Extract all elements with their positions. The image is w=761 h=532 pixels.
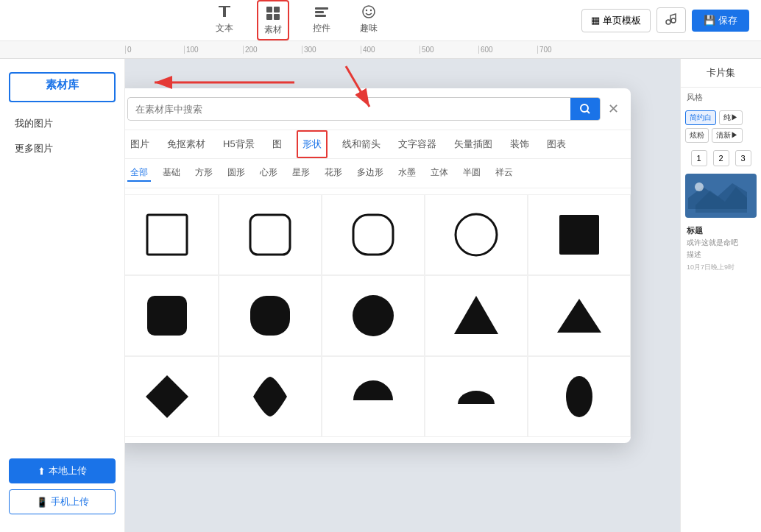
toolbar-widget-label: 控件 [313, 22, 330, 35]
search-button[interactable] [570, 98, 600, 120]
card-title-label: 标题 [687, 225, 755, 236]
ruler-mark-0: 0 [125, 46, 184, 54]
svg-line-15 [587, 111, 590, 114]
sidebar-title: 素材库 [9, 72, 116, 102]
toolbar-material-label: 素材 [264, 24, 282, 36]
shape-triangle-filled[interactable] [425, 275, 528, 356]
svg-marker-24 [454, 296, 498, 334]
toolbar-material[interactable]: 素材 [257, 0, 289, 40]
svg-point-27 [566, 376, 592, 417]
subtab-square[interactable]: 方形 [192, 165, 216, 182]
text-icon [216, 3, 233, 21]
svg-rect-21 [147, 296, 187, 336]
ruler-mark-600: 600 [478, 46, 537, 54]
svg-point-9 [363, 6, 375, 18]
svg-point-12 [666, 20, 670, 24]
right-panel-style-label: 风格 [681, 88, 761, 107]
page-num-3[interactable]: 3 [735, 150, 751, 166]
toolbar-fun-label: 趣味 [360, 22, 378, 35]
subtab-star[interactable]: 星形 [289, 165, 313, 182]
svg-point-31 [695, 182, 704, 191]
right-panel-title: 卡片集 [681, 59, 761, 88]
shape-diamond-rounded-outline[interactable] [219, 356, 322, 437]
tab-cutout[interactable]: 免抠素材 [164, 130, 208, 158]
svg-rect-20 [559, 215, 599, 255]
tab-lines[interactable]: 线和箭头 [339, 130, 383, 158]
widget-icon [313, 3, 330, 21]
toolbar: 文本 素材 控件 趣味 ▦ 单页模板 💾 [0, 0, 761, 41]
shape-semicircle-filled[interactable] [322, 356, 425, 437]
page-num-1[interactable]: 1 [691, 150, 707, 166]
subtab-all[interactable]: 全部 [127, 165, 151, 182]
upload-phone-button[interactable]: 📱 手机上传 [9, 489, 116, 514]
toolbar-text-label: 文本 [216, 22, 233, 35]
tab-img2[interactable]: 图 [269, 130, 285, 158]
subtab-cloud[interactable]: 祥云 [492, 165, 516, 182]
svg-rect-0 [219, 6, 230, 7]
svg-rect-4 [266, 14, 272, 20]
sidebar-item-my-images[interactable]: 我的图片 [0, 111, 124, 136]
shape-triangle-flat-filled[interactable] [528, 275, 631, 356]
shape-half-ellipse[interactable] [425, 356, 528, 437]
shape-rect-rounded-outline[interactable] [219, 194, 322, 275]
tab-h5bg[interactable]: H5背景 [220, 130, 258, 158]
subtab-flower[interactable]: 花形 [322, 165, 345, 182]
toolbar-items: 文本 素材 控件 趣味 [12, 0, 581, 40]
template-button[interactable]: ▦ 单页模板 [581, 9, 651, 32]
music-button[interactable] [656, 7, 686, 33]
modal-close-button[interactable]: ✕ [608, 102, 619, 116]
subtab-ink[interactable]: 水墨 [395, 165, 419, 182]
tab-chart[interactable]: 图表 [544, 130, 569, 158]
shape-rect-more-rounded-outline[interactable] [322, 194, 425, 275]
subtab-polygon[interactable]: 多边形 [354, 165, 386, 182]
subtab-semicircle[interactable]: 半圆 [460, 165, 484, 182]
tab-text-container[interactable]: 文字容器 [395, 130, 439, 158]
subtab-3d[interactable]: 立体 [428, 165, 451, 182]
fun-icon [360, 3, 378, 21]
shape-circle-outline[interactable] [425, 194, 528, 275]
tab-vector[interactable]: 矢量插图 [451, 130, 495, 158]
ruler-mark-100: 100 [184, 46, 243, 54]
modal-overlay: ✕ 图片 免抠素材 H5背景 图 形状 线和箭头 文字容器 矢量插图 装饰 图表 [125, 59, 680, 532]
music-icon [665, 13, 678, 26]
canvas-area: ✕ 图片 免抠素材 H5背景 图 形状 线和箭头 文字容器 矢量插图 装饰 图表 [125, 59, 680, 532]
tab-images[interactable]: 图片 [127, 130, 152, 158]
svg-point-23 [353, 295, 394, 336]
shape-oval-filled[interactable] [528, 356, 631, 437]
tab-decoration[interactable]: 装饰 [507, 130, 532, 158]
style-opt-pink[interactable]: 炫粉 [685, 128, 709, 143]
card-text-area: 标题 或许这就是命吧 描述 10月7日晚上9时 [681, 221, 761, 277]
upload-local-button[interactable]: ⬆ 本地上传 [9, 458, 116, 483]
toolbar-widget[interactable]: 控件 [307, 0, 336, 40]
svg-rect-8 [315, 15, 326, 17]
sidebar: 素材库 我的图片 更多图片 ⬆ 本地上传 📱 手机上传 [0, 59, 125, 532]
subtab-circle[interactable]: 圆形 [224, 165, 248, 182]
subtab-heart[interactable]: 心形 [257, 165, 280, 182]
shape-rect-outline[interactable] [125, 194, 219, 275]
toolbar-text[interactable]: 文本 [210, 0, 239, 40]
shape-rect-filled[interactable] [528, 194, 631, 275]
shape-rect-more-rounded-filled[interactable] [219, 275, 322, 356]
style-opt-pure[interactable]: 纯▶ [719, 110, 743, 125]
save-icon: 💾 [704, 15, 715, 26]
upload-phone-label: 手机上传 [51, 495, 89, 508]
modal-subtabs: 全部 基础 方形 圆形 心形 星形 花形 多边形 水墨 立体 半圆 祥云 [125, 159, 631, 188]
svg-rect-2 [266, 7, 272, 13]
svg-rect-1 [223, 7, 226, 17]
save-button[interactable]: 💾 保存 [692, 10, 749, 32]
style-opt-fresh[interactable]: 清新▶ [712, 128, 743, 143]
tab-shape[interactable]: 形状 [297, 130, 328, 158]
search-input[interactable] [128, 99, 570, 119]
subtab-basic[interactable]: 基础 [160, 165, 183, 182]
page-num-2[interactable]: 2 [713, 150, 729, 166]
shape-diamond-outline[interactable] [125, 356, 219, 437]
shape-rect-rounded-filled[interactable] [125, 275, 219, 356]
modal-header: ✕ [125, 88, 631, 130]
toolbar-fun[interactable]: 趣味 [354, 0, 383, 40]
svg-rect-18 [353, 215, 393, 255]
shape-circle-filled[interactable] [322, 275, 425, 356]
style-opt-simple[interactable]: 简约白 [685, 110, 716, 125]
sidebar-item-more-images[interactable]: 更多图片 [0, 136, 124, 161]
svg-marker-25 [557, 299, 601, 333]
save-label: 保存 [718, 14, 737, 27]
